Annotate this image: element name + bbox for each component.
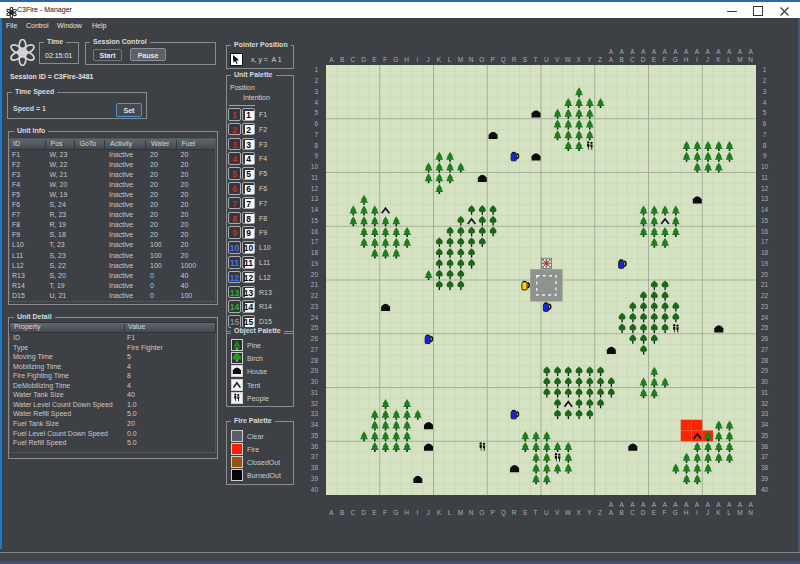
svg-text:9: 9 [314, 152, 318, 159]
svg-text:5: 5 [763, 109, 767, 116]
svg-text:A: A [727, 48, 732, 55]
svg-text:A: A [619, 48, 624, 55]
svg-text:V: V [555, 56, 560, 63]
svg-text:A: A [609, 48, 614, 55]
svg-text:L: L [727, 56, 731, 63]
svg-text:D: D [641, 56, 646, 63]
svg-text:26: 26 [761, 335, 769, 342]
svg-text:E: E [652, 56, 657, 63]
svg-text:J: J [706, 56, 709, 63]
svg-text:36: 36 [761, 443, 769, 450]
svg-text:34: 34 [761, 421, 769, 428]
svg-text:33: 33 [311, 410, 319, 417]
svg-text:30: 30 [761, 378, 769, 385]
svg-text:19: 19 [311, 260, 319, 267]
svg-text:29: 29 [311, 367, 319, 374]
svg-text:T: T [534, 56, 538, 63]
svg-text:R: R [512, 509, 517, 516]
svg-text:19: 19 [761, 260, 769, 267]
svg-text:30: 30 [311, 378, 319, 385]
svg-text:26: 26 [311, 335, 319, 342]
svg-text:A: A [716, 501, 721, 508]
svg-text:U: U [544, 509, 549, 516]
svg-text:35: 35 [761, 432, 769, 439]
svg-text:17: 17 [761, 238, 769, 245]
svg-text:39: 39 [761, 475, 769, 482]
svg-text:J: J [426, 509, 429, 516]
svg-text:N: N [469, 56, 474, 63]
svg-text:18: 18 [311, 249, 319, 256]
svg-text:I: I [416, 509, 418, 516]
svg-text:32: 32 [311, 400, 319, 407]
svg-text:C: C [351, 56, 356, 63]
svg-text:37: 37 [311, 453, 319, 460]
svg-text:C: C [630, 509, 635, 516]
svg-text:K: K [437, 56, 442, 63]
svg-text:R: R [512, 56, 517, 63]
svg-text:S: S [523, 509, 528, 516]
svg-text:A: A [684, 48, 689, 55]
svg-text:20: 20 [311, 271, 319, 278]
svg-text:14: 14 [761, 206, 769, 213]
svg-text:W: W [565, 509, 572, 516]
svg-text:21: 21 [311, 281, 319, 288]
svg-text:I: I [696, 509, 698, 516]
svg-text:G: G [393, 509, 398, 516]
svg-text:O: O [479, 56, 484, 63]
svg-text:U: U [544, 56, 549, 63]
svg-text:12: 12 [311, 185, 319, 192]
svg-text:A: A [641, 48, 646, 55]
svg-text:A: A [609, 56, 614, 63]
svg-text:V: V [555, 509, 560, 516]
svg-text:35: 35 [311, 432, 319, 439]
svg-text:J: J [426, 56, 429, 63]
svg-text:8: 8 [314, 142, 318, 149]
svg-text:6: 6 [314, 120, 318, 127]
svg-text:C: C [351, 509, 356, 516]
svg-text:B: B [619, 509, 623, 516]
svg-text:L: L [448, 56, 452, 63]
svg-text:13: 13 [311, 195, 319, 202]
svg-text:H: H [684, 56, 689, 63]
svg-text:25: 25 [761, 324, 769, 331]
svg-text:N: N [469, 509, 474, 516]
svg-text:B: B [340, 56, 344, 63]
svg-text:23: 23 [311, 303, 319, 310]
svg-text:G: G [393, 56, 398, 63]
svg-text:J: J [706, 509, 709, 516]
svg-text:40: 40 [761, 486, 769, 493]
svg-text:7: 7 [314, 131, 318, 138]
svg-text:E: E [652, 509, 657, 516]
svg-text:27: 27 [311, 346, 319, 353]
svg-text:13: 13 [761, 195, 769, 202]
svg-text:7: 7 [763, 131, 767, 138]
svg-text:A: A [652, 501, 657, 508]
svg-text:21: 21 [761, 281, 769, 288]
svg-text:A: A [619, 501, 624, 508]
svg-text:Y: Y [587, 56, 592, 63]
svg-text:15: 15 [761, 217, 769, 224]
svg-text:15: 15 [311, 217, 319, 224]
svg-text:A: A [705, 48, 710, 55]
svg-text:A: A [609, 501, 614, 508]
svg-text:G: G [673, 509, 678, 516]
svg-text:P: P [490, 509, 494, 516]
svg-text:31: 31 [311, 389, 319, 396]
svg-text:F: F [383, 56, 387, 63]
svg-text:9: 9 [763, 152, 767, 159]
svg-text:A: A [673, 501, 678, 508]
svg-text:34: 34 [311, 421, 319, 428]
svg-text:H: H [404, 56, 409, 63]
svg-text:X: X [576, 509, 581, 516]
svg-text:37: 37 [761, 453, 769, 460]
svg-text:31: 31 [761, 389, 769, 396]
svg-text:M: M [737, 56, 742, 63]
svg-text:28: 28 [311, 357, 319, 364]
svg-text:L: L [727, 509, 731, 516]
svg-text:A: A [662, 48, 667, 55]
svg-text:Q: Q [501, 56, 506, 64]
svg-text:1: 1 [763, 66, 767, 73]
svg-text:G: G [673, 56, 678, 63]
svg-text:A: A [609, 509, 614, 516]
svg-text:Q: Q [501, 509, 506, 517]
